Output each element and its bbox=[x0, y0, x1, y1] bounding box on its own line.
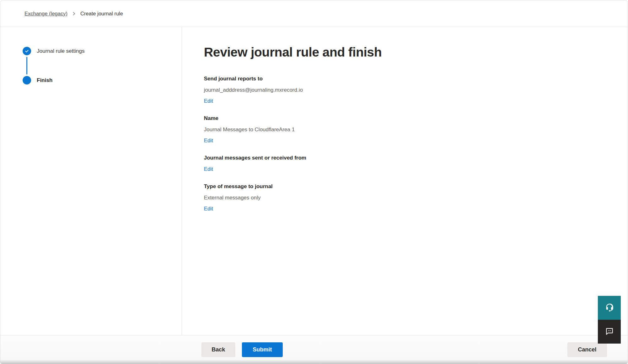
section-label: Journal messages sent or received from bbox=[204, 155, 628, 161]
wizard-steps-panel: Journal rule settings Finish bbox=[0, 27, 182, 335]
edit-link[interactable]: Edit bbox=[204, 98, 213, 105]
edit-link[interactable]: Edit bbox=[204, 166, 213, 173]
step-label: Finish bbox=[37, 77, 52, 84]
breadcrumb-bar: Exchange (legacy) Create journal rule bbox=[0, 0, 628, 27]
page-title: Review journal rule and finish bbox=[204, 45, 628, 60]
review-section-name: Name Journal Messages to CloudflareArea … bbox=[204, 115, 628, 144]
wizard-step-finish[interactable]: Finish bbox=[23, 76, 182, 84]
edit-link[interactable]: Edit bbox=[204, 205, 213, 212]
wizard-step-journal-rule-settings[interactable]: Journal rule settings bbox=[23, 47, 182, 55]
section-value: External messages only bbox=[204, 194, 628, 201]
feedback-button[interactable] bbox=[598, 320, 621, 344]
review-content: Review journal rule and finish Send jour… bbox=[182, 27, 628, 335]
step-completed-check-icon bbox=[23, 47, 31, 55]
edit-link[interactable]: Edit bbox=[204, 137, 213, 144]
breadcrumb-current-page: Create journal rule bbox=[80, 11, 123, 17]
step-current-dot-icon bbox=[23, 76, 31, 84]
breadcrumb-link-exchange-legacy[interactable]: Exchange (legacy) bbox=[25, 11, 68, 17]
chat-icon bbox=[604, 326, 614, 337]
review-section-journal-messages-sent-or-received-from: Journal messages sent or received from E… bbox=[204, 155, 628, 173]
page-body: Journal rule settings Finish Review jour… bbox=[0, 27, 628, 335]
footer-action-bar: Back Submit Cancel bbox=[0, 335, 628, 364]
exchange-admin-window: Exchange (legacy) Create journal rule Jo… bbox=[0, 0, 628, 364]
section-value: journal_adddress@journaling.mxrecord.io bbox=[204, 87, 628, 94]
step-label: Journal rule settings bbox=[37, 48, 85, 54]
section-value: Journal Messages to CloudflareArea 1 bbox=[204, 126, 628, 133]
section-label: Send journal reports to bbox=[204, 75, 628, 82]
submit-button[interactable]: Submit bbox=[242, 342, 283, 357]
review-section-send-journal-reports-to: Send journal reports to journal_adddress… bbox=[204, 75, 628, 105]
cancel-button[interactable]: Cancel bbox=[567, 342, 607, 357]
section-label: Type of message to journal bbox=[204, 183, 628, 190]
headset-icon bbox=[604, 302, 615, 314]
review-sections: Send journal reports to journal_adddress… bbox=[204, 75, 628, 212]
review-section-type-of-message-to-journal: Type of message to journal External mess… bbox=[204, 183, 628, 212]
step-connector-line bbox=[26, 57, 27, 74]
help-button[interactable] bbox=[598, 296, 621, 320]
chevron-right-icon bbox=[72, 12, 76, 16]
section-label: Name bbox=[204, 115, 628, 122]
back-button[interactable]: Back bbox=[201, 342, 235, 357]
breadcrumb: Exchange (legacy) Create journal rule bbox=[25, 11, 123, 17]
